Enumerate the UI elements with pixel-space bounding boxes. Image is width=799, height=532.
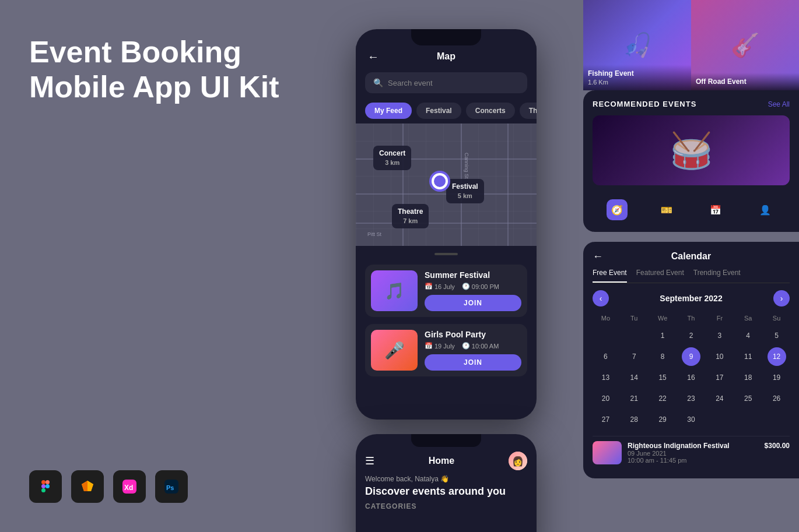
cal-event-date: 09 June 2021: [628, 450, 790, 457]
tab-free-event[interactable]: Free Event: [593, 269, 627, 283]
event-meta-pool: 📅 19 July 🕐 10:00 AM: [425, 342, 521, 350]
join-btn-pool[interactable]: JOIN: [425, 354, 521, 371]
back-arrow-icon[interactable]: ←: [367, 50, 379, 64]
cal-event-name: Righteous Indignation Festival: [628, 442, 730, 450]
cal-day-21[interactable]: 21: [625, 389, 643, 408]
recommended-title: RECOMMENDED EVENTS: [593, 100, 696, 108]
cal-day-5[interactable]: 5: [768, 326, 786, 345]
cal-day-28[interactable]: 28: [625, 410, 643, 429]
cal-day-13[interactable]: 13: [596, 368, 615, 387]
festival-map-label: Festival 5 km: [446, 179, 484, 203]
calendar-nav: ‹ September 2022 ›: [593, 290, 790, 306]
svg-rect-0: [41, 480, 45, 484]
offroad-event-strip: 🎸 Off Road Event: [691, 0, 799, 90]
cal-day-17[interactable]: 17: [710, 368, 729, 387]
calendar-title: Calendar: [671, 251, 711, 262]
street-line: [507, 124, 509, 246]
cal-day-25[interactable]: 25: [739, 389, 758, 408]
svg-rect-3: [41, 488, 45, 492]
cal-day-7[interactable]: 7: [625, 347, 643, 366]
bottom-nav-bar: 🧭 🎫 📅 👤: [593, 192, 790, 223]
event-card-summer: 🎵 Summer Festival 📅 16 July 🕐 09:00 PM J…: [365, 265, 527, 317]
map-search-bar[interactable]: 🔍 Search event: [365, 72, 527, 93]
event-card-pool: 🎤 Girls Pool Party 📅 19 July 🕐 10:00 AM …: [365, 324, 527, 376]
map-pin: [432, 173, 448, 189]
tab-trending-event[interactable]: Trending Event: [693, 269, 741, 283]
event-meta-summer: 📅 16 July 🕐 09:00 PM: [425, 283, 521, 290]
menu-icon[interactable]: ☰: [365, 455, 374, 467]
calendar-grid: Mo Tu We Th Fr Sa Su 1 2 3 4 5 6 7 8 9 1…: [593, 312, 790, 429]
home-discover: Discover events around you: [365, 485, 527, 498]
filter-myfeed[interactable]: My Feed: [365, 103, 412, 119]
map-title: Map: [437, 51, 455, 62]
calendar-next-btn[interactable]: ›: [773, 290, 790, 306]
cal-day-29[interactable]: 29: [653, 410, 672, 429]
filter-concerts[interactable]: Concerts: [466, 103, 515, 119]
home-notch: [411, 434, 481, 447]
cal-header-mo: Mo: [593, 312, 619, 324]
filter-festival[interactable]: Festival: [416, 103, 461, 119]
event-time-summer: 🕐 09:00 PM: [462, 283, 499, 290]
cal-day-19[interactable]: 19: [768, 368, 786, 387]
fishing-event-strip: 🎣 Fishing Event 1.6 Km: [583, 0, 691, 90]
recommended-image-inner: 🥁: [593, 115, 790, 185]
cal-day-26[interactable]: 26: [768, 389, 786, 408]
street-label-canning: Canning St: [464, 153, 469, 179]
svg-text:Ps: Ps: [166, 484, 174, 491]
cal-day-24[interactable]: 24: [710, 389, 729, 408]
sheet-handle: [434, 253, 458, 255]
see-all-link[interactable]: See All: [768, 100, 790, 108]
recommended-event-image: 🥁: [593, 115, 790, 185]
cal-day-30[interactable]: 30: [682, 410, 700, 429]
fishing-event-label: Fishing Event: [588, 69, 686, 77]
cal-day-16[interactable]: 16: [682, 368, 700, 387]
concert-map-label: Concert 3 km: [373, 146, 411, 170]
event-name-pool: Girls Pool Party: [425, 330, 521, 339]
event-info-summer: Summer Festival 📅 16 July 🕐 09:00 PM JOI…: [425, 270, 521, 311]
cal-event-price: $300.00: [765, 442, 790, 450]
event-name-summer: Summer Festival: [425, 270, 521, 280]
cal-day-20[interactable]: 20: [596, 389, 615, 408]
cal-day-23[interactable]: 23: [682, 389, 700, 408]
calendar-header: ← Calendar: [593, 251, 790, 262]
nav-tickets-icon[interactable]: 🎫: [656, 199, 677, 220]
phone-map-screen: ← Map 🔍 Search event My Feed Festival Co…: [356, 29, 537, 420]
sketch-icon: [71, 470, 104, 503]
xd-icon: Xd: [113, 470, 146, 503]
calendar-prev-btn[interactable]: ‹: [593, 290, 609, 306]
cal-day-22[interactable]: 22: [653, 389, 672, 408]
recommended-header: RECOMMENDED EVENTS See All: [593, 100, 790, 108]
cal-day-18[interactable]: 18: [739, 368, 758, 387]
svg-rect-2: [41, 484, 45, 488]
cal-day-9[interactable]: 9: [682, 347, 700, 366]
nav-calendar-icon[interactable]: 📅: [705, 199, 726, 220]
calendar-back-btn[interactable]: ←: [593, 251, 603, 263]
map-area: Concert 3 km Festival 5 km Theatre 7 km …: [356, 124, 537, 246]
cal-day-6[interactable]: 6: [596, 347, 615, 366]
join-btn-summer[interactable]: JOIN: [425, 295, 521, 311]
cal-day-3[interactable]: 3: [710, 326, 729, 345]
filter-theatre[interactable]: Theatre: [520, 103, 537, 119]
cal-day-2[interactable]: 2: [682, 326, 700, 345]
tab-featured-event[interactable]: Featured Event: [636, 269, 684, 283]
cal-day-1[interactable]: 1: [653, 326, 672, 345]
cal-day-10[interactable]: 10: [710, 347, 729, 366]
nav-explore-icon[interactable]: 🧭: [607, 199, 628, 220]
offroad-event-label: Off Road Event: [696, 77, 794, 86]
svg-text:Xd: Xd: [124, 484, 133, 492]
phone-home-screen: ☰ Home 👩 Welcome back, Natalya 👋 Discove…: [356, 434, 537, 532]
cal-day-4[interactable]: 4: [739, 326, 758, 345]
cal-day-11[interactable]: 11: [739, 347, 758, 366]
calendar-tabs: Free Event Featured Event Trending Event: [593, 269, 790, 283]
cal-day-27[interactable]: 27: [596, 410, 615, 429]
map-filters-bar: My Feed Festival Concerts Theatre: [356, 98, 537, 124]
event-time-pool: 🕐 10:00 AM: [462, 342, 499, 350]
cal-day-15[interactable]: 15: [653, 368, 672, 387]
cal-day-8[interactable]: 8: [653, 347, 672, 366]
title-line1: Event Booking: [29, 35, 279, 70]
offroad-event-overlay: Off Road Event: [691, 73, 799, 90]
cal-day-12[interactable]: 12: [768, 347, 786, 366]
nav-profile-icon[interactable]: 👤: [755, 199, 776, 220]
cal-day-14[interactable]: 14: [625, 368, 643, 387]
svg-marker-7: [87, 481, 93, 491]
